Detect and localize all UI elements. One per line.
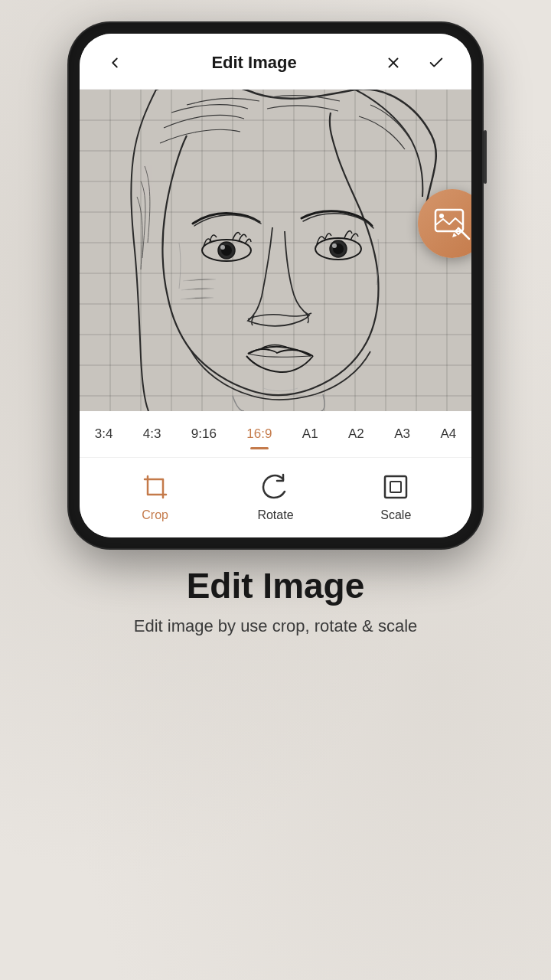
rotate-tool[interactable]: Rotate xyxy=(241,470,310,522)
rotate-label: Rotate xyxy=(257,508,293,522)
svg-point-28 xyxy=(220,245,225,250)
confirm-button[interactable] xyxy=(422,49,450,77)
phone-wrapper: Edit Image xyxy=(69,23,482,548)
bottom-subtitle: Edit image by use crop, rotate & scale xyxy=(134,615,418,639)
phone-frame: Edit Image xyxy=(69,23,482,548)
svg-rect-2 xyxy=(80,90,471,411)
phone-screen: Edit Image xyxy=(80,34,471,537)
sketch-image xyxy=(80,90,471,411)
page-title: Edit Image xyxy=(211,53,296,73)
ratio-a4[interactable]: A4 xyxy=(432,422,464,446)
bottom-title: Edit Image xyxy=(134,567,418,606)
svg-point-32 xyxy=(332,243,337,248)
ratio-a2[interactable]: A2 xyxy=(341,422,372,446)
ratio-bar: 3:4 4:3 9:16 16:9 A1 A2 A3 A4 xyxy=(80,411,471,458)
ratio-16-9[interactable]: 16:9 xyxy=(239,422,279,446)
scale-icon xyxy=(379,470,412,504)
face-sketch-svg xyxy=(80,90,471,411)
phone-side-button xyxy=(484,130,487,184)
scale-label: Scale xyxy=(380,508,411,522)
rotate-icon xyxy=(259,470,292,504)
tool-bar: Crop Rotate xyxy=(80,458,471,537)
back-button[interactable] xyxy=(101,49,129,77)
ratio-9-16[interactable]: 9:16 xyxy=(184,422,224,446)
scale-tool[interactable]: Scale xyxy=(361,470,430,522)
svg-rect-36 xyxy=(385,476,406,498)
ratio-3-4[interactable]: 3:4 xyxy=(87,422,121,446)
ratio-4-3[interactable]: 4:3 xyxy=(135,422,169,446)
header: Edit Image xyxy=(80,34,471,90)
bottom-section: Edit Image Edit image by use crop, rotat… xyxy=(111,567,441,638)
image-canvas[interactable] xyxy=(80,90,471,411)
crop-label: Crop xyxy=(142,508,168,522)
close-button[interactable] xyxy=(380,49,407,77)
svg-rect-37 xyxy=(390,482,401,492)
ratio-a3[interactable]: A3 xyxy=(386,422,418,446)
svg-point-34 xyxy=(439,214,444,218)
crop-icon xyxy=(139,470,172,504)
crop-tool[interactable]: Crop xyxy=(121,470,190,522)
ratio-a1[interactable]: A1 xyxy=(295,422,326,446)
